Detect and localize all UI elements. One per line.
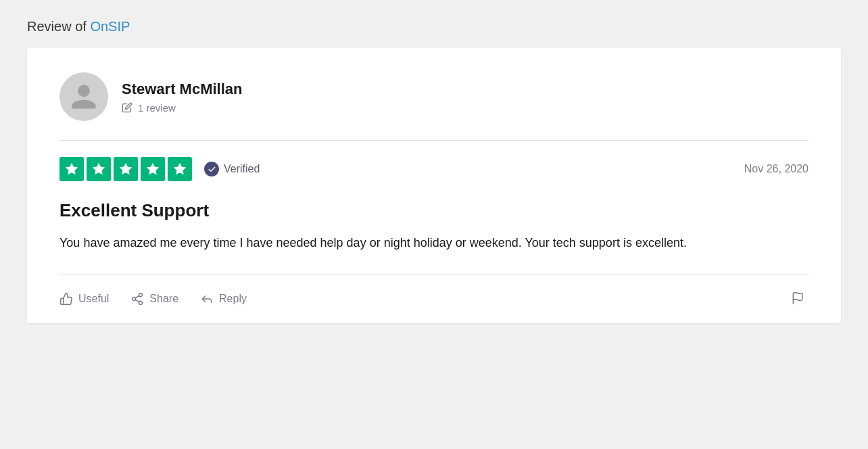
- svg-marker-1: [93, 163, 105, 174]
- share-label: Share: [149, 293, 178, 305]
- svg-marker-2: [120, 163, 132, 174]
- review-body: You have amazed me every time I have nee…: [59, 233, 809, 253]
- top-divider: [59, 140, 809, 141]
- share-button[interactable]: Share: [130, 288, 192, 310]
- reply-label: Reply: [219, 293, 247, 305]
- review-header-left: Verified: [59, 157, 260, 181]
- verified-label: Verified: [224, 163, 260, 175]
- star-icon-5: [172, 162, 187, 176]
- star-3: [114, 157, 138, 181]
- brand-link[interactable]: OnSIP: [90, 19, 130, 34]
- star-1: [59, 157, 84, 181]
- star-icon-4: [145, 162, 160, 176]
- star-2: [87, 157, 111, 181]
- reviewer-info: Stewart McMillan 1 review: [59, 72, 809, 121]
- review-date: Nov 26, 2020: [744, 163, 809, 175]
- header-prefix: Review of: [27, 19, 87, 34]
- flag-button[interactable]: [787, 287, 809, 311]
- review-count: 1 review: [138, 102, 176, 114]
- review-actions: Useful Share Reply: [59, 275, 809, 323]
- user-icon: [69, 82, 99, 112]
- reviewer-meta: 1 review: [122, 102, 242, 114]
- flag-icon: [791, 291, 804, 305]
- svg-marker-3: [147, 163, 159, 174]
- star-5: [168, 157, 192, 181]
- avatar: [59, 72, 108, 121]
- page-header: Review of OnSIP: [0, 0, 868, 48]
- svg-line-9: [136, 296, 140, 298]
- star-4: [141, 157, 165, 181]
- star-icon-2: [91, 162, 106, 176]
- reply-icon: [200, 292, 214, 306]
- thumbs-up-icon: [59, 292, 73, 306]
- share-icon: [130, 292, 144, 306]
- reviewer-name: Stewart McMillan: [122, 80, 242, 98]
- svg-marker-0: [66, 163, 78, 174]
- svg-line-8: [136, 300, 140, 302]
- verified-badge: Verified: [204, 162, 260, 176]
- review-header: Verified Nov 26, 2020: [59, 157, 809, 181]
- verified-icon: [204, 162, 219, 176]
- review-title: Excellent Support: [59, 200, 809, 221]
- reviewer-details: Stewart McMillan 1 review: [122, 80, 242, 114]
- review-card: Stewart McMillan 1 review: [27, 48, 841, 323]
- useful-label: Useful: [78, 293, 109, 305]
- useful-button[interactable]: Useful: [59, 288, 122, 310]
- pencil-icon: [122, 102, 132, 113]
- svg-marker-4: [174, 163, 186, 174]
- star-icon-1: [64, 162, 79, 176]
- star-rating: [59, 157, 192, 181]
- reply-button[interactable]: Reply: [200, 288, 260, 310]
- check-icon: [208, 165, 216, 174]
- star-icon-3: [118, 162, 133, 176]
